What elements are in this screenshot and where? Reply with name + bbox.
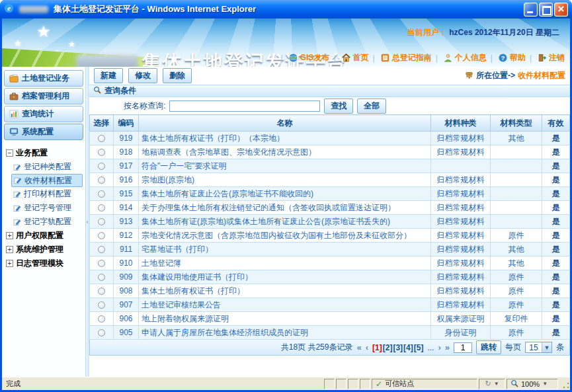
last-page-icon[interactable]: » — [445, 342, 450, 352]
minimize-button[interactable] — [524, 3, 538, 17]
tree-item[interactable]: 登记字号管理 — [11, 201, 83, 215]
sidebar-module[interactable]: 档案管理利用 — [4, 88, 83, 104]
nav-link[interactable]: GIS发布 — [277, 52, 330, 63]
first-page-icon[interactable]: « — [356, 342, 361, 352]
page-number-input[interactable] — [454, 342, 472, 353]
nav-link-label: 首页 — [353, 52, 369, 63]
materials-table: 选择 编码 名称 材料种类 材料类型 有效 919 集体土地所有权证书（打印）（… — [89, 114, 570, 340]
sidebar: 土地登记业务 档案管理利用 查询统计 系统配置 − — [2, 67, 86, 377]
select-cell — [90, 229, 114, 243]
statistics-icon — [9, 110, 19, 119]
tree-item[interactable]: + 日志管理模块 — [6, 256, 83, 270]
star-icon: ★ — [14, 38, 22, 48]
all-button[interactable]: 全部 — [357, 98, 386, 114]
radio-button[interactable] — [98, 204, 105, 212]
chevron-down-icon[interactable]: ▼ — [542, 342, 552, 352]
current-user-label: 当前用户： — [407, 28, 447, 37]
radio-button[interactable] — [98, 246, 105, 253]
page-link[interactable]: [5] — [414, 343, 424, 352]
nav-link[interactable]: 个人信息 — [432, 52, 487, 63]
select-cell — [90, 326, 114, 340]
tree-item[interactable]: 登记种类配置 — [11, 160, 83, 174]
find-button[interactable]: 查找 — [324, 98, 353, 114]
per-page-select[interactable]: 15 ▼ — [525, 342, 552, 353]
modify-button[interactable]: 修改 — [128, 68, 157, 83]
phishing-filter-pane[interactable]: ↻ ▼ — [479, 379, 505, 389]
sidebar-module[interactable]: 土地登记业务 — [4, 70, 83, 87]
zoom-control[interactable]: 100% ▼ — [507, 379, 558, 389]
nav-link[interactable]: ? 帮助 — [487, 52, 526, 63]
maximize-button[interactable] — [539, 3, 553, 17]
kind-cell: 归档常规材料 — [431, 270, 491, 284]
prev-page-icon[interactable]: ‹ — [366, 342, 368, 352]
name-cell: 申请人属于房屋所在地集体经济组织成员的证明 — [139, 326, 431, 340]
page-link[interactable]: [3] — [393, 343, 403, 352]
tree-item-label: 用户权限配置 — [16, 230, 63, 241]
nav-link[interactable]: 总登记指南 — [369, 52, 432, 63]
tree-item[interactable]: + 用户权限配置 — [6, 229, 83, 243]
tree-item[interactable]: 登记字轨配置 — [11, 215, 83, 229]
type-cell — [491, 159, 542, 173]
jump-button[interactable]: 跳转 — [476, 340, 501, 354]
radio-button[interactable] — [98, 163, 105, 170]
tree-expander-icon[interactable]: − — [6, 149, 13, 157]
radio-button[interactable] — [98, 301, 105, 309]
signpost-icon — [465, 71, 473, 81]
name-search-input[interactable] — [169, 100, 320, 112]
table-row: 917 符合"一户一宅"要求证明 是 — [90, 159, 570, 173]
delete-button[interactable]: 删除 — [163, 68, 192, 83]
edit-icon — [13, 190, 21, 198]
breadcrumb-current-page[interactable]: 收件材料配置 — [518, 70, 565, 81]
type-cell: 其他 — [491, 256, 542, 270]
type-cell: 其他 — [491, 243, 542, 256]
tree-item[interactable]: − 业务配置 — [6, 146, 83, 160]
radio-button[interactable] — [98, 232, 105, 239]
type-cell: 原件 — [491, 270, 542, 284]
name-cell: 集体土地所有证(原宗地)或集体土地所有证废止公告(原宗地证书丢失的) — [139, 215, 431, 229]
sidebar-module[interactable]: 系统配置 — [4, 124, 83, 140]
nav-link-label: GIS发布 — [300, 52, 330, 63]
next-page-icon[interactable]: › — [438, 342, 440, 352]
tree-expander-icon[interactable]: + — [6, 260, 13, 267]
nav-link[interactable]: 首页 — [329, 52, 368, 63]
tree-item-label: 登记字号管理 — [24, 202, 71, 214]
col-header-code: 编码 — [114, 115, 139, 132]
radio-button[interactable] — [98, 260, 105, 267]
radio-button[interactable] — [98, 218, 105, 225]
radio-button[interactable] — [98, 135, 105, 142]
nav-link[interactable]: 注销 — [526, 52, 565, 63]
tree-item-label: 打印材料配置 — [24, 188, 71, 200]
kind-cell: 归档常规材料 — [431, 187, 491, 201]
radio-button[interactable] — [98, 288, 105, 295]
tree-item[interactable]: 打印材料配置 — [11, 187, 83, 201]
tree-item[interactable]: 收件材料配置 — [11, 174, 83, 187]
sidebar-module[interactable]: 查询统计 — [4, 106, 83, 122]
valid-cell: 是 — [542, 159, 570, 173]
type-cell: 原件 — [491, 284, 542, 298]
new-button[interactable]: 新建 — [94, 68, 123, 83]
close-button[interactable] — [554, 3, 568, 17]
radio-button[interactable] — [98, 149, 105, 156]
page-link[interactable]: [4] — [403, 343, 413, 352]
search-icon — [93, 86, 101, 96]
radio-button[interactable] — [98, 176, 105, 184]
page-link[interactable]: [2] — [383, 343, 393, 352]
name-cell: 宗地图(原宗地) — [139, 173, 431, 187]
table-row: 911 宅基地证书（打印） 归档常规材料 其他 是 — [90, 243, 570, 256]
tree-item[interactable]: + 系统维护管理 — [6, 243, 83, 256]
resize-grip[interactable] — [561, 379, 570, 389]
tree-expander-icon[interactable]: + — [6, 246, 13, 253]
radio-button[interactable] — [98, 190, 105, 198]
tree-expander-icon[interactable]: + — [6, 232, 13, 239]
radio-button[interactable] — [98, 315, 105, 323]
top-nav: GIS发布 首页 总登记指南 个人信息 ? 帮助 注销 — [277, 52, 565, 63]
radio-button[interactable] — [98, 274, 105, 281]
search-by-name-label: 按名称查询: — [124, 100, 165, 112]
page-link[interactable]: [1] — [372, 343, 382, 352]
radio-button[interactable] — [98, 329, 105, 336]
valid-cell: 是 — [542, 229, 570, 243]
table-row: 916 宗地图(原宗地) 归档常规材料 是 — [90, 173, 570, 187]
col-header-name: 名称 — [139, 115, 431, 132]
code-cell: 915 — [114, 187, 139, 201]
breadcrumb: 所在位置-> 收件材料配置 — [465, 70, 565, 81]
